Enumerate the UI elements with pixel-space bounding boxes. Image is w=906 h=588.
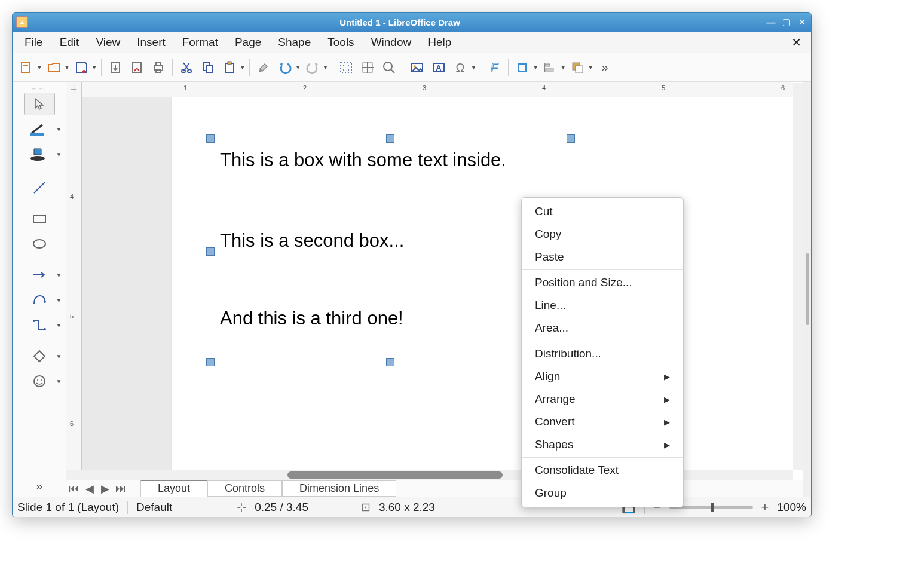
select-tool[interactable]	[24, 93, 55, 115]
page[interactable]: This is a box with some text inside. Thi…	[172, 97, 803, 470]
menu-window[interactable]: Window	[363, 33, 420, 51]
dropdown-arrow-icon[interactable]: ▼	[91, 64, 97, 71]
selection-handle[interactable]	[386, 134, 394, 143]
menu-view[interactable]: View	[87, 33, 128, 51]
export-pdf-icon[interactable]	[127, 57, 147, 78]
align-objects-icon[interactable]	[540, 57, 560, 78]
vertical-scrollbar[interactable]	[793, 83, 803, 470]
copy-icon[interactable]	[198, 57, 218, 78]
cm-align[interactable]: Align▶	[522, 365, 683, 388]
selection-handle[interactable]	[567, 134, 575, 143]
text-box-3[interactable]: And this is a third one!	[220, 307, 543, 329]
dropdown-arrow-icon[interactable]: ▼	[36, 64, 42, 71]
arrange-icon[interactable]	[567, 57, 587, 78]
tab-dimension-lines[interactable]: Dimension Lines	[282, 480, 396, 497]
scrollbar-thumb[interactable]	[287, 471, 503, 479]
cm-arrange[interactable]: Arrange▶	[522, 388, 683, 411]
curve-tool[interactable]: ▼	[24, 289, 55, 311]
symbol-shapes-tool[interactable]: ▼	[24, 370, 55, 393]
cut-icon[interactable]	[176, 57, 197, 78]
minimize-button[interactable]: —	[766, 17, 776, 27]
undo-icon[interactable]	[275, 57, 295, 78]
status-style[interactable]: Default	[136, 501, 172, 514]
open-icon[interactable]	[44, 57, 64, 78]
menu-help[interactable]: Help	[420, 33, 460, 51]
selection-handle[interactable]	[206, 247, 215, 256]
menu-file[interactable]: File	[16, 33, 51, 51]
clone-formatting-icon[interactable]	[253, 57, 274, 78]
export-icon[interactable]	[105, 57, 126, 78]
line-color-tool[interactable]: ▼	[24, 118, 55, 140]
grid-icon[interactable]	[336, 57, 356, 78]
horizontal-ruler[interactable]: 1 2 3 4 5 6	[82, 82, 793, 97]
prev-slide-button[interactable]: ◀	[82, 482, 97, 495]
menu-edit[interactable]: Edit	[51, 33, 88, 51]
cm-line[interactable]: Line...	[522, 294, 683, 317]
dropdown-arrow-icon[interactable]: ▼	[587, 64, 593, 71]
horizontal-scrollbar[interactable]	[66, 470, 793, 480]
menu-shape[interactable]: Shape	[270, 33, 319, 51]
menu-format[interactable]: Format	[174, 33, 227, 51]
tab-controls[interactable]: Controls	[207, 480, 282, 497]
dropdown-arrow-icon[interactable]: ▼	[323, 64, 329, 71]
cm-group[interactable]: Group	[522, 482, 683, 504]
maximize-button[interactable]: ▢	[781, 17, 792, 27]
zoom-icon[interactable]	[379, 57, 399, 78]
dropdown-arrow-icon[interactable]: ▼	[560, 64, 566, 71]
dropdown-arrow-icon[interactable]: ▼	[532, 64, 538, 71]
line-tool[interactable]	[24, 176, 55, 199]
canvas-viewport[interactable]: This is a box with some text inside. Thi…	[82, 97, 803, 470]
cm-paste[interactable]: Paste	[522, 246, 683, 268]
sidebar-handle[interactable]	[803, 82, 811, 497]
cm-convert[interactable]: Convert▶	[522, 411, 683, 433]
snap-guides-icon[interactable]	[357, 57, 378, 78]
text-box-2[interactable]: This is a second box...	[220, 229, 543, 252]
zoom-in-button[interactable]: +	[761, 500, 769, 515]
connector-tool[interactable]: ▼	[24, 314, 55, 336]
dropdown-arrow-icon[interactable]: ▼	[295, 64, 301, 71]
status-zoom[interactable]: 100%	[777, 501, 806, 514]
print-icon[interactable]	[148, 57, 169, 78]
toolbar-grip-icon[interactable]: ⋯⋯	[32, 85, 47, 90]
toolbar-overflow-icon[interactable]: »	[36, 479, 42, 493]
dropdown-arrow-icon[interactable]: ▼	[64, 64, 70, 71]
paste-icon[interactable]	[219, 57, 240, 78]
cm-position-size[interactable]: Position and Size...	[522, 271, 683, 294]
ruler-corner[interactable]: ┼	[66, 82, 82, 97]
insert-image-icon[interactable]	[407, 57, 427, 78]
menu-tools[interactable]: Tools	[319, 33, 362, 51]
vertical-ruler[interactable]: 4 5 6	[66, 97, 82, 470]
cm-consolidate-text[interactable]: Consolidate Text	[522, 459, 683, 482]
cm-distribution[interactable]: Distribution...	[522, 342, 683, 365]
close-button[interactable]: ✕	[797, 17, 807, 27]
close-document-button[interactable]: ✕	[785, 33, 807, 52]
text-box-1[interactable]: This is a box with some text inside.	[220, 149, 543, 171]
dropdown-arrow-icon[interactable]: ▼	[470, 64, 476, 71]
dropdown-arrow-icon[interactable]: ▼	[240, 64, 246, 71]
arrow-tool[interactable]: ▼	[24, 264, 55, 286]
menu-page[interactable]: Page	[227, 33, 270, 51]
redo-icon[interactable]	[302, 57, 323, 78]
new-doc-icon[interactable]	[16, 57, 36, 78]
special-char-icon[interactable]: Ω	[450, 57, 470, 78]
transform-icon[interactable]	[512, 57, 532, 78]
last-slide-button[interactable]: ⏭	[113, 482, 128, 495]
cm-cut[interactable]: Cut	[522, 200, 683, 223]
rectangle-tool[interactable]	[24, 207, 55, 230]
cm-area[interactable]: Area...	[522, 317, 683, 339]
save-icon[interactable]	[71, 57, 91, 78]
menu-insert[interactable]: Insert	[128, 33, 174, 51]
ellipse-tool[interactable]	[24, 232, 55, 255]
cm-shapes[interactable]: Shapes▶	[522, 433, 683, 456]
insert-textbox-icon[interactable]: A	[428, 57, 449, 78]
selection-handle[interactable]	[206, 134, 215, 143]
fill-color-tool[interactable]: ▼	[24, 143, 55, 166]
next-slide-button[interactable]: ▶	[97, 482, 113, 495]
fontwork-icon[interactable]: F	[484, 57, 504, 78]
selection-handle[interactable]	[206, 358, 215, 366]
basic-shapes-tool[interactable]: ▼	[24, 345, 55, 368]
cm-copy[interactable]: Copy	[522, 223, 683, 246]
slider-thumb[interactable]	[711, 503, 714, 512]
first-slide-button[interactable]: ⏮	[66, 482, 82, 495]
tab-layout[interactable]: Layout	[140, 480, 207, 497]
